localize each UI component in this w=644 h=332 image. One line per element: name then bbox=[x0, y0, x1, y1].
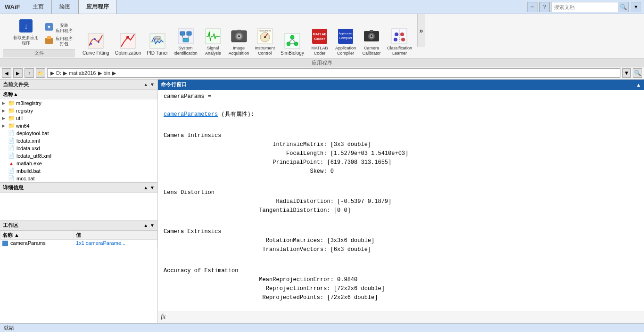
pid-tuner-icon: PID bbox=[149, 32, 166, 49]
minimize-button[interactable]: ─ bbox=[527, 2, 537, 12]
curve-fitting-button[interactable]: Curve Fitting bbox=[80, 31, 112, 57]
detail-collapse[interactable]: ▲ bbox=[143, 185, 148, 190]
command-content: cameraParams = cameraParameters (具有属性): … bbox=[158, 90, 644, 311]
get-more-label: 获取更多应用程序 bbox=[13, 35, 39, 46]
path-separator-1: ▶ bbox=[50, 70, 54, 76]
variable-icon bbox=[2, 241, 8, 246]
path-part-drive[interactable]: D: bbox=[56, 70, 61, 76]
item-name: mbuild.bat bbox=[17, 168, 41, 174]
table-row[interactable]: cameraParams 1x1 cameraParame... bbox=[0, 239, 157, 247]
svg-text:Instrument: Instrument bbox=[259, 29, 271, 32]
xsd-file-icon: 📄 bbox=[8, 145, 15, 152]
workspace-options[interactable]: ▼ bbox=[150, 223, 155, 228]
sort-indicator: ▲ bbox=[13, 91, 18, 97]
command-window-header: 命令行窗口 ▲ bbox=[158, 80, 644, 90]
svg-rect-19 bbox=[183, 38, 189, 42]
svg-text:▼: ▼ bbox=[47, 24, 51, 30]
list-item[interactable]: 📄 lcdata.xml bbox=[0, 137, 157, 145]
search-icon[interactable]: 🔍 bbox=[618, 2, 628, 12]
get-more-apps-button[interactable]: ↓ 获取更多应用程序 bbox=[11, 16, 41, 47]
expand-icon[interactable]: ▼ bbox=[631, 2, 641, 12]
matlab-coder-icon: MATLAB Coder bbox=[311, 28, 328, 45]
simbiology-button[interactable]: SimBiology bbox=[278, 31, 306, 57]
pid-tuner-button[interactable]: PID PID Tuner bbox=[144, 31, 170, 57]
install-icon: ▼ bbox=[44, 22, 54, 33]
expand-icon[interactable]: ▶ bbox=[2, 101, 8, 105]
classification-learner-button[interactable]: ClassificationLearner bbox=[385, 26, 414, 57]
browse-folder-button[interactable]: 📁 bbox=[36, 68, 45, 78]
cmd-tangential: TangentialDistortion: [0 0] bbox=[201, 206, 638, 215]
list-item[interactable]: 📄 lcdata_utf8.xml bbox=[0, 152, 157, 160]
cmd-blank5 bbox=[164, 254, 638, 263]
current-folder-expand[interactable]: ▲ bbox=[143, 82, 148, 87]
back-button[interactable]: ◀ bbox=[2, 68, 11, 78]
item-name: mcc.bat bbox=[17, 176, 35, 181]
instrument-ctrl-label: InstrumentControl bbox=[255, 46, 275, 56]
svg-rect-18 bbox=[187, 32, 191, 35]
variable-name-cell[interactable]: cameraParams bbox=[0, 239, 74, 247]
install-apps-button[interactable]: ▼ 安装应用程序 bbox=[42, 22, 75, 34]
camera-params-link[interactable]: cameraParameters bbox=[164, 111, 218, 118]
toolbar: ↓ 获取更多应用程序 ▼ bbox=[0, 14, 644, 67]
app-compiler-button[interactable]: Application Compiler ApplicationCompiler bbox=[333, 26, 358, 57]
optimization-button[interactable]: Optimization bbox=[113, 31, 144, 57]
svg-rect-6 bbox=[88, 33, 103, 49]
cmd-reprojection-errors: ReprojectionErrors: [72x2x6 double] bbox=[201, 284, 638, 293]
help-button[interactable]: ? bbox=[539, 2, 550, 12]
cmd-blank3 bbox=[164, 176, 638, 185]
path-part-folder1[interactable]: matlab2016 bbox=[69, 70, 96, 76]
system-id-button[interactable]: SystemIdentification bbox=[171, 26, 200, 57]
svg-point-49 bbox=[371, 35, 372, 37]
list-item[interactable]: ▶ 📁 win64 bbox=[0, 122, 157, 130]
list-item[interactable]: 📄 mbuild.bat bbox=[0, 167, 157, 175]
expand-icon[interactable]: ▶ bbox=[2, 108, 8, 113]
address-search-button[interactable]: 🔍 bbox=[633, 68, 642, 78]
expand-icon[interactable]: ▶ bbox=[2, 116, 8, 121]
main-layout: 当前文件夹 ▲ ▼ 名称 ▲ ▶ 📁 m3iregistry ▶ bbox=[0, 80, 644, 323]
svg-text:MATLAB: MATLAB bbox=[313, 32, 326, 36]
list-item[interactable]: ▲ matlab.exe bbox=[0, 160, 157, 167]
name-col-header[interactable]: 名称 ▲ bbox=[0, 231, 74, 239]
list-item[interactable]: 📄 deploytool.bat bbox=[0, 130, 157, 137]
image-acquisition-button[interactable]: ImageAcquisition bbox=[226, 26, 252, 57]
toolbar-more-button[interactable]: » bbox=[417, 14, 425, 47]
detail-options[interactable]: ▼ bbox=[150, 185, 155, 190]
svg-point-54 bbox=[394, 38, 397, 41]
current-folder-options[interactable]: ▼ bbox=[150, 82, 155, 87]
tab-apps[interactable]: 应用程序 bbox=[79, 0, 117, 14]
list-item[interactable]: ▶ 📁 util bbox=[0, 114, 157, 122]
signal-analysis-button[interactable]: SignalAnalysis bbox=[201, 26, 225, 57]
svg-point-9 bbox=[98, 41, 99, 43]
up-button[interactable]: ↑ bbox=[25, 68, 34, 78]
list-item[interactable]: ▶ 📁 m3iregistry bbox=[0, 99, 157, 107]
folder-icon: 📁 bbox=[8, 122, 15, 129]
list-item[interactable]: ▶ 📁 registry bbox=[0, 107, 157, 114]
command-footer: fx bbox=[158, 311, 644, 323]
expand-icon[interactable]: ▶ bbox=[2, 123, 8, 128]
matlab-coder-button[interactable]: MATLAB Coder MATLABCoder bbox=[307, 26, 332, 57]
package-button[interactable]: 应用程序打包 bbox=[42, 35, 75, 47]
svg-rect-17 bbox=[180, 32, 185, 35]
workspace-expand[interactable]: ▲ bbox=[143, 223, 148, 228]
package-label: 应用程序打包 bbox=[56, 36, 73, 47]
bat3-icon: 📄 bbox=[8, 175, 15, 182]
tab-plot[interactable]: 绘图 bbox=[52, 0, 79, 14]
list-item[interactable]: 📄 mcc.bat bbox=[0, 175, 157, 182]
curve-fitting-icon bbox=[87, 32, 104, 49]
variable-value-link[interactable]: 1x1 cameraParame... bbox=[76, 240, 125, 246]
address-dropdown-button[interactable]: ▼ bbox=[622, 68, 631, 78]
path-part-folder2[interactable]: bin bbox=[104, 70, 111, 76]
list-item[interactable]: 📄 lcdata.xsd bbox=[0, 145, 157, 152]
item-name: registry bbox=[16, 108, 33, 113]
svg-point-52 bbox=[395, 32, 398, 36]
search-input[interactable] bbox=[552, 4, 618, 10]
instrument-control-button[interactable]: Instrument InstrumentControl bbox=[252, 26, 277, 57]
package-icon bbox=[44, 35, 54, 46]
value-col-header[interactable]: 值 bbox=[74, 231, 157, 239]
command-window-expand[interactable]: ▲ bbox=[636, 82, 641, 88]
fx-symbol: fx bbox=[161, 313, 165, 321]
forward-button[interactable]: ▶ bbox=[13, 68, 23, 78]
svg-text:PID: PID bbox=[155, 37, 160, 40]
camera-calibrator-button[interactable]: CameraCalibrator bbox=[359, 26, 384, 57]
tab-home[interactable]: 主页 bbox=[25, 0, 52, 14]
